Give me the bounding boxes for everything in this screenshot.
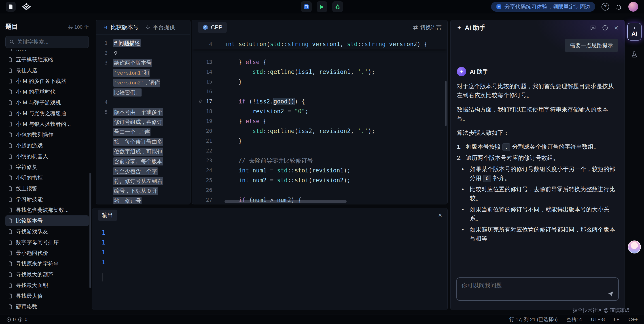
markdown-line[interactable]: 比较它们。 bbox=[96, 88, 190, 97]
markdown-line[interactable]: 接。每个修订号由多 bbox=[96, 137, 190, 147]
sidebar-item[interactable]: 学习新技能 bbox=[5, 194, 89, 205]
assistant-avatar[interactable] bbox=[628, 240, 641, 253]
tab-output[interactable]: 输出 bbox=[98, 210, 118, 221]
tab-cpp[interactable]: C CPP bbox=[198, 22, 227, 33]
sidebar-item[interactable]: 字符修复 bbox=[5, 162, 89, 173]
sidebar-item[interactable]: …… bbox=[5, 49, 89, 54]
sidebar-item[interactable]: 小明的机器人 bbox=[5, 151, 89, 162]
markdown-line[interactable]: 3给你两个版本号 bbox=[96, 58, 190, 68]
juejin-logo[interactable] bbox=[20, 2, 32, 11]
sidebar-item[interactable]: 小明的书柜 bbox=[5, 173, 89, 183]
vertical-scrollbar[interactable] bbox=[445, 81, 446, 126]
ai-toolbar-button[interactable]: ✦ AI bbox=[627, 23, 642, 41]
markdown-line[interactable]: `version1` 和 bbox=[96, 68, 190, 78]
indent-setting[interactable]: 空格: 4 bbox=[567, 316, 582, 323]
promo-banner[interactable]: 分享代码练习体验，领限量定制周边 bbox=[491, 2, 595, 12]
problem-sidebar: 题目 共 100 个 ……五子棋获胜策略最佳人选小 M 的多任务下载器小 M 的… bbox=[0, 14, 92, 314]
code-line[interactable]: 15 } bbox=[192, 77, 448, 87]
sidebar-item[interactable]: 寻找原来的字符串 bbox=[5, 258, 89, 269]
sidebar-item[interactable]: 小 M 的多任务下载器 bbox=[5, 76, 89, 86]
sidebar-item[interactable]: 小 M 与光明之魂速通 bbox=[5, 108, 89, 119]
sidebar-item[interactable]: 寻找最大的葫芦 bbox=[5, 269, 89, 280]
markdown-line[interactable]: 符。修订号从左到右 bbox=[96, 176, 190, 186]
code-line[interactable]: 21 } bbox=[192, 136, 448, 146]
sidebar-item[interactable]: 小 M 与弹子游戏机 bbox=[5, 97, 89, 108]
app-logo[interactable] bbox=[6, 2, 16, 12]
history-button[interactable] bbox=[602, 25, 608, 31]
send-button[interactable] bbox=[607, 290, 614, 297]
code-line[interactable]: 13 } else { bbox=[192, 57, 448, 67]
markdown-line[interactable]: 2 bbox=[96, 48, 190, 58]
markdown-line[interactable]: 修订号组成，各修订 bbox=[96, 117, 190, 127]
user-avatar[interactable] bbox=[628, 2, 638, 12]
language-mode[interactable]: C++ bbox=[628, 316, 638, 322]
horizontal-scrollbar[interactable] bbox=[224, 200, 346, 203]
search-box[interactable] bbox=[5, 36, 89, 48]
markdown-line[interactable]: 始。修订号 bbox=[96, 196, 190, 204]
ai-input-box[interactable] bbox=[456, 277, 619, 301]
tab-platform[interactable]: 平台提供 bbox=[142, 20, 178, 35]
switch-language-button[interactable]: ⇄ 切换语言 bbox=[413, 24, 442, 31]
markdown-line[interactable]: 位数字组成，可能包 bbox=[96, 147, 190, 156]
problem-markdown[interactable]: 1# 问题描述23给你两个版本号`version1` 和`version2`，请… bbox=[96, 35, 190, 204]
code-line[interactable]: 17 if (!iss2.good()) { bbox=[192, 96, 448, 106]
debug-button[interactable] bbox=[332, 1, 343, 12]
sidebar-item[interactable]: 小 M 的星球时代 bbox=[5, 86, 89, 97]
sidebar-item[interactable]: 小包的数列操作 bbox=[5, 129, 89, 140]
markdown-line[interactable]: 4 bbox=[96, 97, 190, 107]
output-close-button[interactable]: × bbox=[438, 212, 442, 219]
help-button[interactable]: ? bbox=[602, 3, 609, 11]
markdown-line[interactable]: 含前导零。每个版本 bbox=[96, 156, 190, 166]
sidebar-item[interactable]: 小超的游戏 bbox=[5, 140, 89, 151]
sidebar-item[interactable]: 寻找游戏队友 bbox=[5, 226, 89, 237]
ai-input[interactable] bbox=[457, 278, 618, 300]
sidebar-item[interactable]: 寻找最大值 bbox=[5, 291, 89, 301]
status-bar: 0 0 行 17, 列 21 (已选择6) 空格: 4 UTF-8 LF C++ bbox=[0, 314, 644, 324]
code-line[interactable]: 20 std::getline(iss2, revision2, '.'); bbox=[192, 126, 448, 136]
sidebar-item[interactable]: 最小趋同代价 bbox=[5, 248, 89, 258]
code-line[interactable]: 14 std::getline(iss1, revision1, '.'); bbox=[192, 67, 448, 77]
tab-problem[interactable]: 比较版本号 bbox=[100, 20, 142, 35]
code-line[interactable]: 23 // 去除前导零并比较修订号 bbox=[192, 156, 448, 166]
ai-close-button[interactable]: × bbox=[614, 24, 618, 31]
sidebar-item[interactable]: 数字字母问号排序 bbox=[5, 237, 89, 248]
cursor-position[interactable]: 行 17, 列 21 (已选择6) bbox=[510, 316, 558, 323]
code-area[interactable]: 4int solution(std::string version1, std:… bbox=[192, 35, 448, 204]
markdown-line[interactable]: 号至少包含一个字 bbox=[96, 166, 190, 176]
sidebar-item[interactable]: 五子棋获胜策略 bbox=[5, 54, 89, 65]
code-line[interactable]: 25 int num2 = std::stoi(revision2); bbox=[192, 175, 448, 185]
code-line[interactable]: 24 int num1 = std::stoi(revision1); bbox=[192, 166, 448, 175]
code-line[interactable]: 19 } else { bbox=[192, 116, 448, 126]
code-action-lightbulb[interactable] bbox=[113, 51, 118, 55]
run-button[interactable]: ▶ bbox=[317, 1, 327, 12]
sidebar-item[interactable]: 比较版本号 bbox=[5, 215, 89, 226]
warnings-status[interactable]: 0 bbox=[18, 316, 27, 322]
sidebar-item[interactable]: 寻找包含斐波那契数... bbox=[5, 205, 89, 215]
sidebar-item[interactable]: 寻找最大面积 bbox=[5, 280, 89, 291]
new-chat-button[interactable] bbox=[590, 25, 596, 31]
code-line[interactable]: 18 revision2 = "0"; bbox=[192, 106, 448, 116]
markdown-line[interactable]: 5版本号由一个或多个 bbox=[96, 107, 190, 117]
code-line[interactable]: 16 bbox=[192, 87, 448, 96]
sidebar-item[interactable]: 最佳人选 bbox=[5, 65, 89, 76]
sidebar-item[interactable]: 线上报警 bbox=[5, 183, 89, 194]
hint-button[interactable]: 需要一点思路提示 bbox=[564, 39, 618, 52]
markdown-line[interactable]: 编号，下标从 0 开 bbox=[96, 186, 190, 196]
markdown-line[interactable]: 1# 问题描述 bbox=[96, 38, 190, 48]
sidebar-item[interactable]: 小 M 与狼人拯救者的... bbox=[5, 119, 89, 129]
search-input[interactable] bbox=[17, 39, 86, 45]
code-line[interactable]: 22 bbox=[192, 146, 448, 156]
code-action-lightbulb[interactable] bbox=[198, 99, 202, 104]
markdown-line[interactable]: 号由一个 `.` 连 bbox=[96, 127, 190, 137]
sidebar-scrollbar[interactable] bbox=[90, 173, 91, 288]
markdown-line[interactable]: `version2`，请你 bbox=[96, 78, 190, 88]
encoding[interactable]: UTF-8 bbox=[591, 316, 605, 322]
sidebar-item[interactable]: 硬币凑数 bbox=[5, 301, 89, 311]
errors-status[interactable]: 0 bbox=[6, 316, 16, 322]
lab-button[interactable] bbox=[631, 51, 638, 58]
bell-button[interactable] bbox=[616, 3, 622, 10]
sticky-scope-line[interactable]: 4int solution(std::string version1, std:… bbox=[192, 39, 448, 50]
code-line[interactable]: 26 bbox=[192, 185, 448, 195]
layout-toggle-button[interactable] bbox=[301, 1, 312, 12]
eol-setting[interactable]: LF bbox=[614, 316, 620, 322]
